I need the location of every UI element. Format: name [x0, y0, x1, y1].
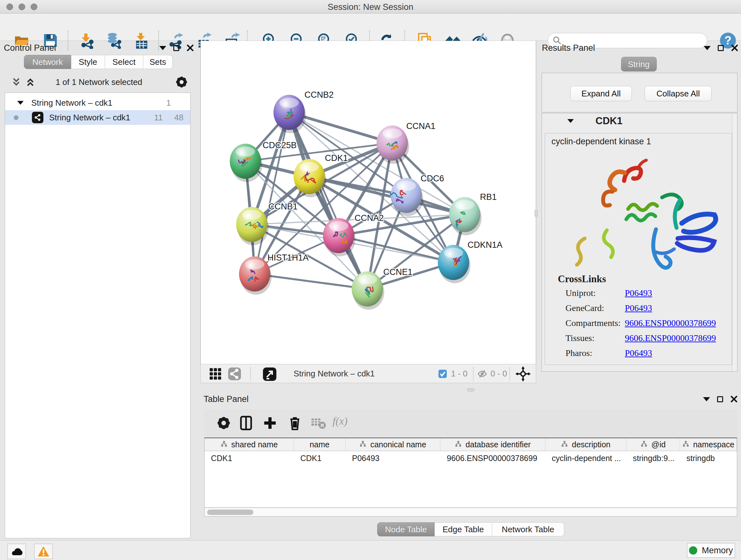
- crosslink-label: Uniprot:: [565, 288, 596, 298]
- tab-network-table[interactable]: Network Table: [492, 522, 564, 537]
- node-CCNA2[interactable]: [323, 218, 355, 256]
- crosslink-link[interactable]: P06493: [625, 348, 652, 358]
- separator: [473, 367, 474, 381]
- tab-style[interactable]: Style: [71, 55, 105, 69]
- crosslink-link[interactable]: 9606.ENSP00000378699: [625, 333, 716, 343]
- crosslink-row: GeneCard:: [565, 303, 604, 313]
- crosslink-link[interactable]: P06493: [625, 288, 652, 298]
- titlebar: Session: New Session: [0, 0, 741, 13]
- show-column-icon[interactable]: [238, 415, 254, 431]
- table-cell[interactable]: P06493: [346, 454, 441, 463]
- vertical-splitter-handle[interactable]: [535, 209, 538, 217]
- delete-column-icon[interactable]: [286, 415, 303, 431]
- scrollbar-thumb[interactable]: [207, 509, 253, 515]
- tab-edge-table[interactable]: Edge Table: [434, 522, 492, 537]
- collapse-all-button[interactable]: Collapse All: [645, 86, 712, 101]
- table-cell[interactable]: stringdb: [680, 454, 737, 463]
- node-label-RB1: RB1: [480, 192, 497, 202]
- column-label: canonical name: [370, 440, 426, 449]
- hidden-eye-icon: [477, 369, 487, 378]
- node-CDK1[interactable]: [293, 159, 326, 197]
- network-options-gear-icon[interactable]: [175, 75, 188, 89]
- table-cell[interactable]: cyclin-dependent ...: [545, 454, 626, 463]
- control-panel-title: Control Panel: [4, 43, 56, 53]
- float-panel-icon[interactable]: [173, 45, 179, 51]
- crosslink-link[interactable]: 9606.ENSP00000378699: [625, 318, 716, 328]
- panel-menu-icon[interactable]: [704, 46, 711, 50]
- float-panel-icon[interactable]: [717, 396, 723, 402]
- close-panel-icon[interactable]: [730, 395, 738, 403]
- node-CCNB2[interactable]: [273, 95, 306, 133]
- table-cell[interactable]: CDK1: [294, 454, 346, 463]
- network-row-selected[interactable]: String Network – cdk1 11 48: [5, 110, 190, 125]
- table-panel: Table Panel f(x) shared namenamecanonica…: [200, 393, 741, 543]
- column-header-name[interactable]: name: [294, 438, 346, 451]
- hidden-count: 0 - 0: [490, 369, 507, 379]
- tab-sets[interactable]: Sets: [143, 55, 173, 69]
- column-header-shared-name[interactable]: shared name: [205, 438, 294, 451]
- expand-all-icon[interactable]: [25, 77, 36, 87]
- network-collection-row[interactable]: String Network – cdk1 1: [5, 96, 190, 110]
- memory-button[interactable]: Memory: [687, 543, 735, 558]
- network-view-icon[interactable]: [227, 367, 242, 381]
- edge-HIST1H1A-CCNE1[interactable]: [255, 274, 367, 289]
- column-header-namespace[interactable]: namespace: [680, 438, 737, 451]
- column-type-icon: [561, 440, 568, 449]
- column-header-description[interactable]: description: [545, 438, 626, 451]
- collection-expand-icon[interactable]: [17, 101, 23, 105]
- cloud-status-button[interactable]: [7, 544, 26, 559]
- node-CCNE1[interactable]: [352, 271, 384, 310]
- selected-checkbox-icon[interactable]: [438, 369, 447, 378]
- edge-CCNB2-CCNE1[interactable]: [289, 112, 367, 289]
- results-scrollbar[interactable]: [732, 113, 737, 371]
- delete-table-icon[interactable]: [310, 415, 327, 431]
- column-header-canonical-name[interactable]: canonical name: [346, 438, 441, 451]
- network-view-canvas[interactable]: CCNB2CCNA1CDC25BCDK1CDC6RB1CCNB1CCNA2CDK…: [200, 41, 536, 364]
- table-cell[interactable]: CDK1: [205, 454, 294, 463]
- separator: [509, 367, 510, 381]
- collapse-all-icon[interactable]: [11, 77, 22, 87]
- edge-CCNA2-CDKN1A[interactable]: [339, 236, 454, 262]
- node-label-HIST1H1A: HIST1H1A: [267, 253, 309, 262]
- expand-all-button[interactable]: Expand All: [570, 86, 632, 101]
- horizontal-splitter-handle[interactable]: [467, 388, 475, 391]
- table-settings-gear-icon[interactable]: [215, 415, 232, 431]
- warnings-button[interactable]: [34, 544, 53, 559]
- column-header-database-identifier[interactable]: database identifier: [441, 438, 545, 451]
- tab-select[interactable]: Select: [105, 55, 143, 69]
- open-view-icon[interactable]: [262, 367, 277, 381]
- close-panel-icon[interactable]: [186, 44, 194, 52]
- memory-label: Memory: [702, 546, 733, 556]
- tab-network[interactable]: Network: [24, 55, 71, 69]
- function-builder-icon: f(x): [333, 415, 367, 431]
- node-label-CDC25B: CDC25B: [263, 140, 297, 150]
- entry-collapse-icon[interactable]: [567, 119, 574, 123]
- table-horizontal-scrollbar[interactable]: [204, 508, 737, 516]
- crosslink-row: Uniprot:: [565, 288, 596, 298]
- column-label: shared name: [231, 440, 278, 449]
- node-CDKN1A[interactable]: [438, 245, 470, 283]
- table-row[interactable]: CDK1CDK1P064939606.ENSP00000378699cyclin…: [205, 451, 737, 465]
- grid-view-icon[interactable]: [208, 367, 222, 381]
- panel-menu-icon[interactable]: [159, 46, 166, 50]
- tab-node-table[interactable]: Node Table: [377, 522, 434, 537]
- tab-string[interactable]: String: [621, 57, 657, 71]
- table-cell[interactable]: 9606.ENSP00000378699: [441, 454, 545, 463]
- fit-content-crosshair-icon[interactable]: [515, 366, 531, 381]
- table-cell[interactable]: stringdb:9...: [626, 454, 680, 463]
- crosslinks-title: CrossLinks: [558, 273, 606, 285]
- node-CCNA1[interactable]: [377, 125, 409, 164]
- node-RB1[interactable]: [449, 197, 482, 235]
- float-panel-icon[interactable]: [718, 45, 724, 51]
- crosslink-link[interactable]: P06493: [625, 303, 652, 313]
- node-label-CDC6: CDC6: [421, 174, 444, 183]
- column-header--id[interactable]: @id: [626, 438, 680, 451]
- add-column-icon[interactable]: [262, 415, 278, 431]
- close-panel-icon[interactable]: [731, 44, 738, 52]
- node-label-CCNA2: CCNA2: [354, 213, 384, 223]
- panel-menu-icon[interactable]: [703, 397, 710, 401]
- gene-details: cyclin-dependent kinase 1: [545, 133, 732, 365]
- string-network-graph[interactable]: CCNB2CCNA1CDC25BCDK1CDC6RB1CCNB1CCNA2CDK…: [201, 41, 536, 364]
- column-type-icon: [220, 440, 227, 449]
- node-CDC6[interactable]: [391, 178, 423, 216]
